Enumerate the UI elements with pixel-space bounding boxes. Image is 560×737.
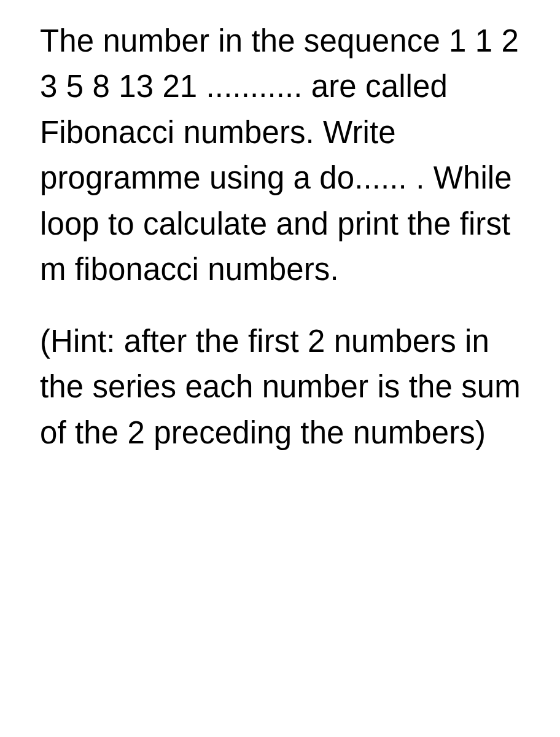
question-paragraph: The number in the sequence 1 1 2 3 5 8 1… bbox=[40, 18, 529, 293]
hint-paragraph: (Hint: after the first 2 numbers in the … bbox=[40, 319, 529, 456]
